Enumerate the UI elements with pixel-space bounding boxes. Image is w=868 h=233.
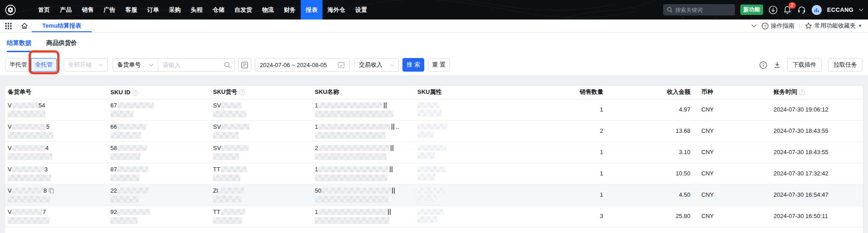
table-row[interactable]: V792TT1325.80CNY2024-07-30 16:50:11 (5, 205, 863, 227)
cell-sku-name: 1 (312, 163, 415, 184)
chevron-down-icon[interactable] (859, 8, 863, 11)
income-type-select[interactable]: 交易收入 (354, 58, 399, 72)
cell-sku-code: Zl (210, 184, 312, 205)
help-icon[interactable]: ? (239, 89, 245, 95)
sku-name-prefix: 2 (315, 145, 318, 152)
reset-button[interactable]: 重 置 (428, 58, 450, 72)
column-header: 币种 (699, 86, 771, 99)
copy-icon[interactable] (49, 188, 54, 194)
cell-account-time: 2024-07-30 17:32:42 (771, 163, 863, 184)
nav-item-海外仓[interactable]: 海外仓 (322, 0, 350, 19)
collapse-chevron-icon[interactable] (751, 24, 757, 28)
nav-item-广告[interactable]: 广告 (99, 0, 120, 19)
table-zone: 备货单号SKU ID?SKU货号?SKU名称SKU属性销售数量收入金额币种账务时… (0, 75, 868, 233)
nav-item-财务[interactable]: 财务 (279, 0, 301, 19)
cell-sku-code: SV (210, 120, 312, 141)
download-plugin-button[interactable]: 下载插件 (787, 58, 822, 72)
nav-item-报表[interactable]: 报表 (301, 0, 322, 19)
search-icon[interactable] (223, 62, 234, 68)
nav-item-首页[interactable]: 首页 (33, 0, 55, 19)
nav-item-产品[interactable]: 产品 (55, 0, 77, 19)
help-icon[interactable]: ? (132, 90, 138, 96)
help-icon[interactable]: ? (799, 89, 805, 95)
redacted-blur (315, 175, 387, 181)
sku-name-fragment (392, 124, 395, 130)
bell-icon[interactable]: 2 (783, 5, 792, 15)
redacted-blur (8, 111, 45, 117)
nav-item-订单[interactable]: 订单 (142, 0, 164, 19)
guide-link[interactable]: ? 操作指南 (762, 22, 794, 30)
download-circle-icon[interactable] (769, 5, 778, 15)
tab-settlement-data[interactable]: 结算数据 (7, 39, 31, 52)
home-icon[interactable] (17, 19, 31, 32)
search-field-select[interactable]: 备货单号 (113, 58, 158, 71)
guide-label: 操作指南 (771, 22, 794, 30)
keyword-search-group: 备货单号 (113, 58, 235, 72)
cell-sales-qty: 1 (553, 99, 611, 120)
user-name[interactable]: ECCANG (827, 6, 853, 13)
notification-badge: 2 (789, 2, 796, 9)
nav-item-客服[interactable]: 客服 (120, 0, 142, 19)
cell-currency: CNY (699, 205, 771, 227)
cell-sku-attrs (415, 205, 553, 227)
po-suffix: 54 (39, 102, 45, 109)
shop-select[interactable]: 全部店铺 (64, 58, 108, 72)
eccang-logo[interactable] (5, 5, 16, 15)
nav-item-自发货[interactable]: 自发货 (229, 0, 257, 19)
grid-icon[interactable] (0, 19, 17, 32)
po-prefix: V (8, 102, 12, 109)
fully-managed-button[interactable]: 全托管 (31, 58, 57, 72)
nav-item-销售[interactable]: 销售 (77, 0, 99, 19)
redacted-blur (8, 217, 50, 224)
question-circle-icon: ? (762, 23, 769, 29)
cell-sales-qty: 1 (553, 141, 611, 163)
nav-item-设置[interactable]: 设置 (350, 0, 372, 19)
po-prefix: V (8, 123, 12, 131)
cell-currency: CNY (699, 99, 771, 120)
nav-item-头程[interactable]: 头程 (186, 0, 208, 19)
advanced-filter-icon[interactable] (238, 58, 251, 72)
table-row[interactable]: V5467SV114.97CNY2024-07-30 19:06:12 (5, 99, 863, 120)
nav-item-采购[interactable]: 采购 (164, 0, 186, 19)
avatar[interactable] (812, 5, 822, 15)
redacted-blur (315, 217, 389, 224)
redacted-blur (318, 124, 390, 130)
cell-income-amount: 4.97 (611, 99, 699, 120)
tab-temu-settlement-report[interactable]: Temu结算报表 (31, 19, 92, 32)
favorites-menu[interactable]: 常用功能收藏夹 ▼ (805, 22, 862, 30)
keyword-input[interactable] (158, 62, 223, 68)
redacted-blur (315, 132, 386, 139)
table-row[interactable]: V566SV1..213.68CNY2024-07-30 18:43:55 (5, 120, 863, 141)
page-tab-strip: Temu结算报表 ? 操作指南 常用功能收藏夹 ▼ (0, 19, 868, 33)
column-header-label: 账务时间 (774, 88, 797, 95)
nav-item-物流[interactable]: 物流 (257, 0, 279, 19)
half-managed-button[interactable]: 半托管 (5, 58, 31, 72)
tab-product-supply-price[interactable]: 商品供货价 (46, 39, 77, 52)
cell-po-number: V54 (5, 99, 108, 120)
search-input[interactable] (675, 7, 725, 13)
table-row[interactable]: V458SV213.10CNY2024-07-30 18:43:55 (5, 141, 863, 163)
sku-code-prefix: SV (213, 145, 221, 152)
download-icon[interactable] (774, 61, 781, 68)
nav-item-仓储[interactable]: 仓储 (208, 0, 229, 19)
date-range-picker[interactable]: 2024-07-06 ~ 2024-08-05 (255, 58, 350, 72)
redacted-blur (417, 131, 434, 138)
calendar-icon (337, 61, 345, 68)
sku-code-prefix: Zl (213, 187, 218, 194)
info-icon[interactable] (759, 61, 767, 69)
redacted-blur (12, 102, 38, 108)
pull-task-button[interactable]: 拉取任务 (828, 58, 863, 72)
managed-mode-switch: 半托管 全托管 (5, 58, 57, 72)
global-search[interactable] (663, 4, 735, 15)
search-button[interactable]: 搜 索 (402, 58, 424, 72)
headset-icon[interactable] (797, 5, 806, 15)
cell-sales-qty: 2 (553, 120, 611, 141)
cell-account-time: 2024-07-30 16:54:47 (771, 184, 863, 205)
column-header: SKU ID? (108, 86, 210, 99)
table-row[interactable]: V387TT1110.50CNY2024-07-30 17:32:42 (5, 163, 863, 184)
cell-sku-code: SV (210, 141, 312, 163)
sku-name-fragment (390, 166, 393, 172)
new-feature-badge[interactable]: 新功能 (740, 5, 763, 15)
sku-name-prefix: 1 (315, 166, 318, 173)
table-row[interactable]: V822Zl5014.50CNY2024-07-30 16:54:47 (5, 184, 863, 205)
